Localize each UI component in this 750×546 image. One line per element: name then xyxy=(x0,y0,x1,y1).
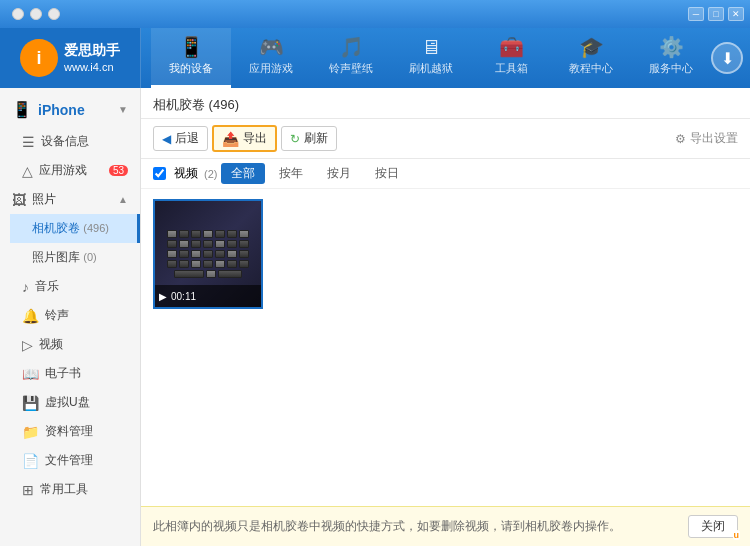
media-duration: 00:11 xyxy=(171,291,196,302)
header: i u 爱思助手 www.i4.cn 📱 我的设备 🎮 应用游戏 🎵 铃声壁纸 … xyxy=(0,28,750,88)
photos-sub-items: 相机胶卷 (496) 照片图库 (0) xyxy=(0,214,140,272)
apps-icon: △ xyxy=(22,163,33,179)
resources-icon: 📁 xyxy=(22,424,39,440)
videos-icon: ▷ xyxy=(22,337,33,353)
apps-badge: 53 xyxy=(109,165,128,176)
phone-icon: 📱 xyxy=(12,100,32,119)
nav-tutorials-icon: 🎓 xyxy=(579,37,604,57)
nav-apps[interactable]: 🎮 应用游戏 xyxy=(231,28,311,88)
sidebar-item-virtual-u[interactable]: 💾 虚拟U盘 xyxy=(0,388,140,417)
photos-chevron: ▲ xyxy=(118,194,128,205)
sidebar-item-photos[interactable]: 🖼 照片 ▲ xyxy=(0,185,140,214)
sidebar-item-ringtones[interactable]: 🔔 铃声 xyxy=(0,301,140,330)
common-tools-icon: ⊞ xyxy=(22,482,34,498)
device-info-icon: ☰ xyxy=(22,134,35,150)
nav-ringtones[interactable]: 🎵 铃声壁纸 xyxy=(311,28,391,88)
sidebar-item-photo-library[interactable]: 照片图库 (0) xyxy=(10,243,140,272)
info-close-button[interactable]: 关闭 xyxy=(688,515,738,538)
virtual-u-icon: 💾 xyxy=(22,395,39,411)
photos-icon: 🖼 xyxy=(12,192,26,208)
download-btn[interactable]: ⬇ xyxy=(711,42,743,74)
sidebar-item-ebooks[interactable]: 📖 电子书 xyxy=(0,359,140,388)
sidebar-item-files[interactable]: 📄 文件管理 xyxy=(0,446,140,475)
sidebar-item-device-info[interactable]: ☰ 设备信息 xyxy=(0,127,140,156)
nav-tutorials[interactable]: 🎓 教程中心 xyxy=(551,28,631,88)
close-btn[interactable]: ✕ xyxy=(728,7,744,21)
media-overlay: ▶ 00:11 xyxy=(155,285,261,307)
filter-tab-by-month[interactable]: 按月 xyxy=(317,163,361,184)
media-grid: ▶ 00:11 xyxy=(141,189,750,506)
titlebar: ─ □ ✕ xyxy=(0,0,750,28)
nav-tools[interactable]: 🧰 工具箱 xyxy=(471,28,551,88)
info-bar: 此相簿内的视频只是相机胶卷中视频的快捷方式，如要删除视频，请到相机胶卷内操作。 … xyxy=(141,506,750,546)
maximize-btn[interactable]: □ xyxy=(708,7,724,21)
sidebar: 📱 iPhone ▼ ☰ 设备信息 △ 应用游戏 53 🖼 照片 ▲ 相机胶卷 … xyxy=(0,88,141,546)
filter-tab-by-year[interactable]: 按年 xyxy=(269,163,313,184)
export-button[interactable]: 📤 导出 xyxy=(212,125,277,152)
nav-flash[interactable]: 🖥 刷机越狱 xyxy=(391,28,471,88)
filter-bar: 视频 (2) 全部 按年 按月 按日 xyxy=(141,159,750,189)
refresh-button[interactable]: ↻ 刷新 xyxy=(281,126,337,151)
back-button[interactable]: ◀ 后退 xyxy=(153,126,208,151)
main-layout: 📱 iPhone ▼ ☰ 设备信息 △ 应用游戏 53 🖼 照片 ▲ 相机胶卷 … xyxy=(0,88,750,546)
ebooks-icon: 📖 xyxy=(22,366,39,382)
nav-my-device-icon: 📱 xyxy=(179,37,204,57)
nav-tools-icon: 🧰 xyxy=(499,37,524,57)
export-settings-btn[interactable]: ⚙ 导出设置 xyxy=(675,130,738,147)
nav-flash-icon: 🖥 xyxy=(421,37,441,57)
nav-service-icon: ⚙️ xyxy=(659,37,684,57)
filter-tab-by-day[interactable]: 按日 xyxy=(365,163,409,184)
info-message: 此相簿内的视频只是相机胶卷中视频的快捷方式，如要删除视频，请到相机胶卷内操作。 xyxy=(153,518,621,535)
media-item[interactable]: ▶ 00:11 xyxy=(153,199,263,309)
back-icon: ◀ xyxy=(162,132,171,146)
sidebar-item-common-tools[interactable]: ⊞ 常用工具 xyxy=(0,475,140,504)
nav-service[interactable]: ⚙️ 服务中心 xyxy=(631,28,711,88)
device-chevron: ▼ xyxy=(118,104,128,115)
toolbar: ◀ 后退 📤 导出 ↻ 刷新 ⚙ 导出设置 xyxy=(141,119,750,159)
content-header: 相机胶卷 (496) xyxy=(141,88,750,119)
sidebar-item-camera-roll[interactable]: 相机胶卷 (496) xyxy=(10,214,140,243)
settings-icon: ⚙ xyxy=(675,132,686,146)
minimize-btn[interactable]: ─ xyxy=(688,7,704,21)
logo-text: 爱思助手 www.i4.cn xyxy=(64,41,120,76)
sidebar-device: 📱 iPhone ▼ xyxy=(0,92,140,127)
music-icon: ♪ xyxy=(22,279,29,295)
video-play-icon: ▶ xyxy=(159,291,167,302)
nav-ringtones-icon: 🎵 xyxy=(339,37,364,57)
refresh-icon: ↻ xyxy=(290,132,300,146)
export-icon: 📤 xyxy=(222,131,239,147)
filter-tab-all[interactable]: 全部 xyxy=(221,163,265,184)
page-title: 相机胶卷 (496) xyxy=(153,97,239,112)
logo-area: i u 爱思助手 www.i4.cn xyxy=(0,28,141,88)
nav-apps-icon: 🎮 xyxy=(259,37,284,57)
nav-my-device[interactable]: 📱 我的设备 xyxy=(151,28,231,88)
sidebar-item-apps[interactable]: △ 应用游戏 53 xyxy=(0,156,140,185)
sidebar-item-resources[interactable]: 📁 资料管理 xyxy=(0,417,140,446)
logo-icon: i u xyxy=(20,39,58,77)
video-filter-checkbox[interactable] xyxy=(153,167,166,180)
video-filter-checkbox-label[interactable]: 视频 (2) xyxy=(153,165,217,182)
sidebar-item-music[interactable]: ♪ 音乐 xyxy=(0,272,140,301)
ringtones-icon: 🔔 xyxy=(22,308,39,324)
nav-items: 📱 我的设备 🎮 应用游戏 🎵 铃声壁纸 🖥 刷机越狱 🧰 工具箱 🎓 教程中心… xyxy=(141,28,750,88)
content-area: 相机胶卷 (496) ◀ 后退 📤 导出 ↻ 刷新 ⚙ 导出设置 xyxy=(141,88,750,546)
files-icon: 📄 xyxy=(22,453,39,469)
sidebar-item-videos[interactable]: ▷ 视频 xyxy=(0,330,140,359)
